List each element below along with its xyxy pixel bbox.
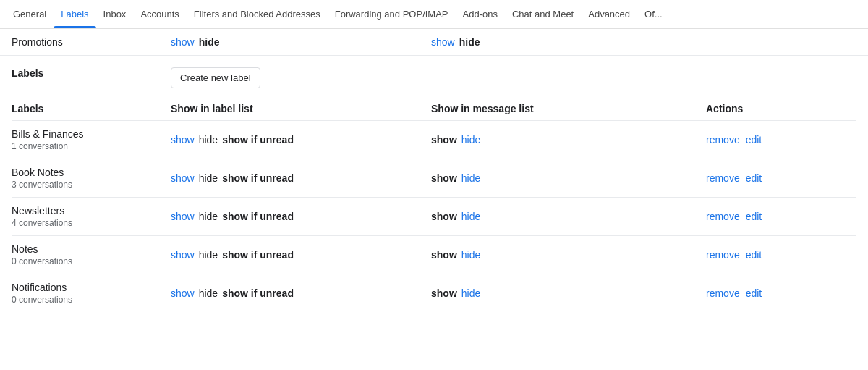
label-name-col: Notes 0 conversations	[12, 243, 171, 266]
settings-nav: General Labels Inbox Accounts Filters an…	[0, 0, 868, 29]
label-actions-col: remove edit	[706, 134, 762, 146]
show-label-link[interactable]: show	[171, 134, 195, 146]
show-if-unread-label: show if unread	[222, 249, 294, 261]
col-header-labels: Labels	[12, 103, 171, 114]
edit-label-link[interactable]: edit	[746, 211, 762, 222]
col-header-actions: Actions	[706, 103, 856, 114]
label-name-col: Book Notes 3 conversations	[12, 167, 171, 190]
label-show-message-col: show hide	[431, 134, 706, 146]
label-name: Newsletters	[12, 205, 171, 216]
remove-label-link[interactable]: remove	[706, 172, 740, 184]
label-count: 0 conversations	[12, 295, 171, 305]
label-count: 4 conversations	[12, 218, 171, 228]
show-label-link[interactable]: show	[171, 287, 195, 299]
label-count: 1 conversation	[12, 141, 171, 151]
label-actions-col: remove edit	[706, 287, 762, 299]
label-name: Bills & Finances	[12, 128, 171, 140]
promotions-hide-label-text: hide	[199, 36, 220, 48]
promotions-show-label-link[interactable]: show	[171, 36, 195, 48]
table-row: Notifications 0 conversations show hide …	[12, 274, 856, 312]
hide-label-text: hide	[199, 172, 218, 184]
edit-label-link[interactable]: edit	[746, 172, 762, 184]
hide-label-text: hide	[199, 134, 218, 146]
label-show-label-col: show hide show if unread	[171, 249, 431, 261]
label-show-label-col: show hide show if unread	[171, 287, 431, 299]
hide-msg-link[interactable]: hide	[461, 134, 480, 146]
tab-labels[interactable]: Labels	[54, 0, 95, 28]
tab-forwarding[interactable]: Forwarding and POP/IMAP	[328, 0, 456, 28]
col-header-show-label: Show in label list	[171, 103, 431, 114]
labels-section-title: Labels	[12, 67, 171, 79]
label-name-col: Bills & Finances 1 conversation	[12, 128, 171, 151]
hide-msg-link[interactable]: hide	[461, 249, 480, 261]
promotions-show-message-link[interactable]: show	[431, 36, 455, 48]
show-if-unread-label: show if unread	[222, 172, 294, 184]
label-show-message-col: show hide	[431, 211, 706, 222]
promotions-show-label-col: show hide	[171, 36, 431, 48]
hide-msg-link[interactable]: hide	[461, 172, 480, 184]
label-rows-container: Bills & Finances 1 conversation show hid…	[12, 121, 856, 312]
edit-label-link[interactable]: edit	[746, 287, 762, 299]
table-row: Book Notes 3 conversations show hide sho…	[12, 159, 856, 198]
hide-msg-link[interactable]: hide	[461, 287, 480, 299]
show-msg-text: show	[431, 134, 457, 146]
label-count: 3 conversations	[12, 180, 171, 190]
label-name: Notifications	[12, 282, 171, 293]
labels-section: Labels Create new label	[0, 56, 868, 88]
show-msg-text: show	[431, 249, 457, 261]
show-label-link[interactable]: show	[171, 211, 195, 222]
show-msg-text: show	[431, 287, 457, 299]
promotions-row: Promotions show hide show hide	[0, 29, 868, 56]
show-label-link[interactable]: show	[171, 172, 195, 184]
tab-filters[interactable]: Filters and Blocked Addresses	[187, 0, 328, 28]
remove-label-link[interactable]: remove	[706, 249, 740, 261]
remove-label-link[interactable]: remove	[706, 287, 740, 299]
labels-table: Labels Show in label list Show in messag…	[0, 97, 868, 312]
tab-chat[interactable]: Chat and Meet	[505, 0, 581, 28]
remove-label-link[interactable]: remove	[706, 211, 740, 222]
table-header-row: Labels Show in label list Show in messag…	[12, 97, 856, 121]
label-actions-col: remove edit	[706, 249, 762, 261]
promotions-show-message-col: show hide	[431, 36, 706, 48]
tab-offline[interactable]: Of...	[637, 0, 670, 28]
tab-addons[interactable]: Add-ons	[456, 0, 505, 28]
promotions-hide-message-text: hide	[459, 36, 480, 48]
label-name-col: Notifications 0 conversations	[12, 282, 171, 305]
label-show-label-col: show hide show if unread	[171, 211, 431, 222]
label-actions-col: remove edit	[706, 172, 762, 184]
tab-advanced[interactable]: Advanced	[581, 0, 637, 28]
show-if-unread-label: show if unread	[222, 134, 294, 146]
show-if-unread-label: show if unread	[222, 287, 294, 299]
show-label-link[interactable]: show	[171, 249, 195, 261]
label-show-label-col: show hide show if unread	[171, 134, 431, 146]
label-name: Book Notes	[12, 167, 171, 178]
promotions-label: Promotions	[12, 36, 171, 48]
remove-label-link[interactable]: remove	[706, 134, 740, 146]
show-if-unread-label: show if unread	[222, 211, 294, 222]
label-show-label-col: show hide show if unread	[171, 172, 431, 184]
show-msg-text: show	[431, 211, 457, 222]
show-msg-text: show	[431, 172, 457, 184]
label-actions-col: remove edit	[706, 211, 762, 222]
label-count: 0 conversations	[12, 256, 171, 266]
label-show-message-col: show hide	[431, 249, 706, 261]
hide-label-text: hide	[199, 287, 218, 299]
label-name: Notes	[12, 243, 171, 255]
labels-header: Labels Create new label	[12, 67, 856, 88]
edit-label-link[interactable]: edit	[746, 134, 762, 146]
settings-content: Promotions show hide show hide Labels Cr…	[0, 29, 868, 327]
tab-inbox[interactable]: Inbox	[96, 0, 134, 28]
table-row: Notes 0 conversations show hide show if …	[12, 236, 856, 274]
create-new-label-button[interactable]: Create new label	[171, 67, 260, 88]
hide-label-text: hide	[199, 211, 218, 222]
table-row: Bills & Finances 1 conversation show hid…	[12, 121, 856, 159]
label-show-message-col: show hide	[431, 172, 706, 184]
col-header-show-message: Show in message list	[431, 103, 706, 114]
hide-msg-link[interactable]: hide	[461, 211, 480, 222]
hide-label-text: hide	[199, 249, 218, 261]
tab-general[interactable]: General	[6, 0, 54, 28]
table-row: Newsletters 4 conversations show hide sh…	[12, 198, 856, 236]
edit-label-link[interactable]: edit	[746, 249, 762, 261]
tab-accounts[interactable]: Accounts	[133, 0, 186, 28]
label-show-message-col: show hide	[431, 287, 706, 299]
